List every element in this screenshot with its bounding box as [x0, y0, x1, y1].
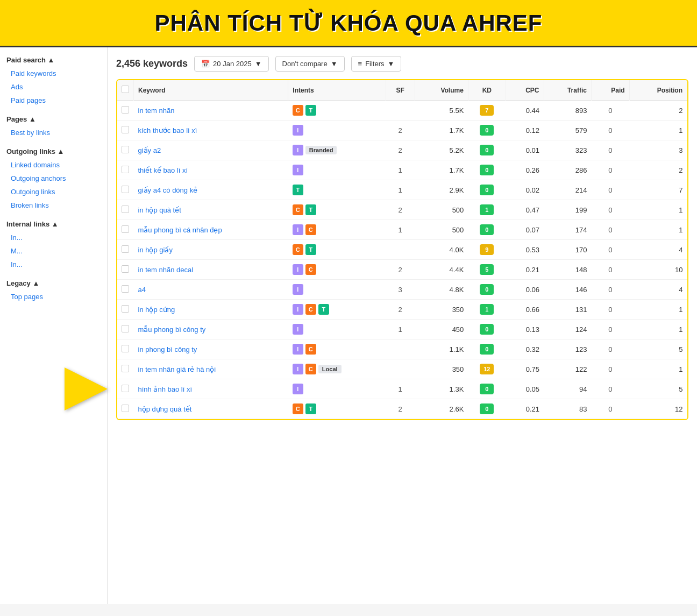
row-checkbox[interactable]: [122, 245, 129, 253]
cell-keyword[interactable]: kích thước bao lì xì: [134, 121, 288, 140]
sidebar-item-outgoing-links[interactable]: Outgoing links: [6, 186, 101, 198]
intent-badge-C: C: [305, 264, 316, 275]
sidebar-item-linked-domains[interactable]: Linked domains: [6, 159, 101, 171]
cell-keyword[interactable]: in tem nhãn giá rẻ hà nội: [134, 359, 288, 379]
sidebar-item-internal-3[interactable]: In...: [6, 258, 101, 271]
cell-traffic: 122: [544, 359, 591, 379]
row-checkbox[interactable]: [122, 146, 129, 153]
row-checkbox[interactable]: [122, 225, 129, 233]
cell-keyword[interactable]: mẫu phong bì cá nhân đẹp: [134, 220, 288, 240]
date-button[interactable]: 📅 20 Jan 2025 ▼: [194, 56, 268, 72]
cell-keyword[interactable]: in phong bì công ty: [134, 339, 288, 359]
sidebar-item-paid-pages[interactable]: Paid pages: [6, 94, 101, 107]
table-header-row: Keyword Intents SF Volume KD CPC Traffic…: [117, 80, 687, 101]
cell-keyword[interactable]: giấy a2: [134, 140, 288, 160]
cell-keyword[interactable]: in hộp cứng: [134, 300, 288, 320]
th-position[interactable]: Position: [629, 80, 687, 101]
row-checkbox[interactable]: [122, 365, 129, 372]
cell-keyword[interactable]: thiết kế bao lì xì: [134, 160, 288, 180]
cell-paid: 0: [591, 280, 629, 300]
select-all-checkbox[interactable]: [122, 86, 129, 93]
intent-badge-T: T: [305, 204, 316, 215]
intent-badge-T: T: [305, 244, 316, 255]
row-checkbox[interactable]: [122, 206, 129, 213]
cell-intents: ICT: [288, 300, 386, 320]
row-checkbox[interactable]: [122, 405, 129, 412]
cell-paid: 0: [591, 300, 629, 320]
row-checkbox[interactable]: [122, 385, 129, 392]
cell-kd: 1: [468, 200, 506, 220]
cell-intents: CT: [288, 101, 386, 121]
chevron-down-icon: ▼: [255, 60, 262, 68]
cell-intents: CT: [288, 240, 386, 260]
cell-sf: 2: [386, 399, 415, 419]
cell-cpc: 0.53: [506, 240, 544, 260]
keywords-table-container: Keyword Intents SF Volume KD CPC Traffic…: [116, 79, 688, 420]
cell-sf: 1: [386, 160, 415, 180]
cell-keyword[interactable]: in tem nhãn decal: [134, 260, 288, 280]
cell-keyword[interactable]: giấy a4 có dòng kẻ: [134, 180, 288, 200]
cell-sf: 1: [386, 180, 415, 200]
th-volume[interactable]: Volume: [415, 80, 468, 101]
cell-kd: 0: [468, 140, 506, 160]
row-checkbox[interactable]: [122, 126, 129, 133]
pages-label: Pages ▲: [6, 115, 36, 123]
row-checkbox[interactable]: [122, 345, 129, 352]
filters-button[interactable]: ≡ Filters ▼: [351, 56, 402, 72]
th-sf[interactable]: SF: [386, 80, 415, 101]
table-row: in hộp giấyCT4.0K90.5317004: [117, 240, 687, 260]
cell-cpc: 0.01: [506, 140, 544, 160]
cell-keyword[interactable]: hộp đựng quà tết: [134, 399, 288, 419]
th-kd[interactable]: KD: [468, 80, 506, 101]
cell-keyword[interactable]: in tem nhãn: [134, 101, 288, 121]
row-checkbox[interactable]: [122, 186, 129, 193]
sidebar-item-internal-2[interactable]: M...: [6, 245, 101, 257]
th-keyword[interactable]: Keyword: [134, 80, 288, 101]
sidebar-section-internal-links[interactable]: Internal links ▲: [6, 220, 101, 228]
cell-sf: 2: [386, 121, 415, 140]
row-checkbox[interactable]: [122, 265, 129, 273]
sidebar-section-legacy[interactable]: Legacy ▲: [6, 279, 101, 287]
sidebar-section-paid-search[interactable]: Paid search ▲: [6, 56, 101, 64]
content-area: 2,456 keywords 📅 20 Jan 2025 ▼ Don't com…: [108, 47, 697, 604]
th-intents[interactable]: Intents: [288, 80, 386, 101]
table-row: giấy a2IBranded25.2K00.0132303: [117, 140, 687, 160]
sidebar-item-internal-1[interactable]: In...: [6, 231, 101, 244]
sidebar-item-best-by-links[interactable]: Best by links: [6, 126, 101, 139]
cell-keyword[interactable]: a4: [134, 280, 288, 300]
cell-traffic: 148: [544, 260, 591, 280]
filter-icon: ≡: [358, 60, 362, 68]
compare-button[interactable]: Don't compare ▼: [275, 56, 345, 72]
th-traffic[interactable]: Traffic: [544, 80, 591, 101]
cell-keyword[interactable]: mẫu phong bì công ty: [134, 320, 288, 339]
cell-cpc: 0.02: [506, 180, 544, 200]
arrow-shape: [65, 367, 108, 410]
sidebar-section-pages[interactable]: Pages ▲: [6, 115, 101, 123]
th-paid[interactable]: Paid: [591, 80, 629, 101]
sidebar-item-outgoing-anchors[interactable]: Outgoing anchors: [6, 172, 101, 185]
sidebar-section-outgoing-links[interactable]: Outgoing links ▲: [6, 147, 101, 155]
sidebar-item-ads[interactable]: Ads: [6, 81, 101, 93]
sidebar-item-broken-links[interactable]: Broken links: [6, 199, 101, 211]
cell-intents: IC: [288, 339, 386, 359]
row-checkbox[interactable]: [122, 305, 129, 313]
row-checkbox[interactable]: [122, 106, 129, 114]
cell-cpc: 0.66: [506, 300, 544, 320]
cell-keyword[interactable]: in hộp quà tết: [134, 200, 288, 220]
cell-kd: 0: [468, 220, 506, 240]
th-cpc[interactable]: CPC: [506, 80, 544, 101]
row-checkbox[interactable]: [122, 285, 129, 293]
cell-volume: 4.8K: [415, 280, 468, 300]
row-checkbox[interactable]: [122, 166, 129, 173]
cell-keyword[interactable]: in hộp giấy: [134, 240, 288, 260]
table-row: giấy a4 có dòng kẻT12.9K00.0221407: [117, 180, 687, 200]
sidebar-item-top-pages[interactable]: Top pages: [6, 291, 101, 303]
cell-keyword[interactable]: hình ảnh bao lì xì: [134, 379, 288, 399]
intent-badge-I: I: [293, 165, 303, 175]
cell-cpc: 0.06: [506, 280, 544, 300]
kd-badge: 0: [480, 324, 494, 335]
row-checkbox[interactable]: [122, 325, 129, 332]
table-row: thiết kế bao lì xìI11.7K00.2628602: [117, 160, 687, 180]
kd-badge: 7: [480, 105, 494, 116]
sidebar-item-paid-keywords[interactable]: Paid keywords: [6, 67, 101, 80]
